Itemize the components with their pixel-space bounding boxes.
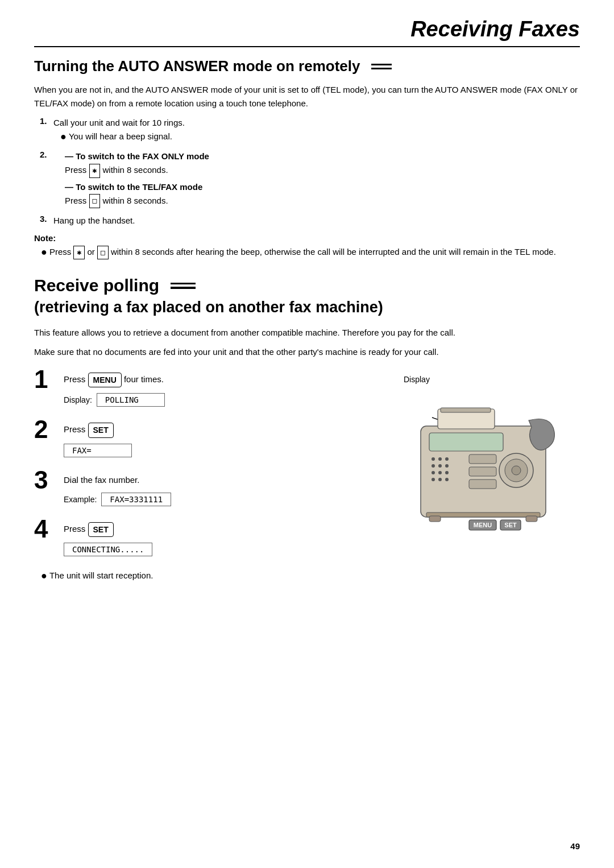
section2-intro1: This feature allows you to retrieve a do… [34, 326, 580, 340]
section2-heading1-text: Receive polling [34, 275, 159, 296]
polling-step4-number: 4 [34, 516, 56, 542]
svg-point-15 [438, 478, 442, 481]
steps-left-column: 1 Press MENU four times. Display: POLLIN… [34, 369, 375, 585]
polling-step3-number: 3 [34, 468, 56, 493]
svg-rect-19 [469, 480, 496, 489]
section2-heading2-text: (retrieving a fax placed on another fax … [34, 298, 383, 316]
section2-heading: Receive polling [34, 275, 580, 296]
svg-point-12 [438, 471, 442, 474]
polling-step2-number: 2 [34, 417, 56, 442]
step3: 3. Hang up the handset. [40, 214, 580, 228]
step1-number: 1. [40, 116, 50, 126]
step2-sub1-label: — To switch to the FAX ONLY mode [65, 151, 209, 161]
final-bullet-dot: ● [41, 569, 47, 583]
svg-text:MENU: MENU [474, 522, 492, 528]
note-title: Note: [34, 233, 580, 243]
svg-point-22 [512, 466, 521, 475]
step1-text: Call your unit and wait for 10 rings. [53, 118, 185, 127]
bullet-dot: ● [60, 130, 67, 144]
section2-decorative-lines [171, 283, 196, 289]
step2-content: — To switch to the FAX ONLY mode Press ✱… [53, 150, 580, 210]
polling-step4-content: Press SET CONNECTING..... [64, 519, 375, 559]
section1-intro: When you are not in, and the AUTO ANSWER… [34, 83, 580, 110]
note-hash-key: □ [97, 246, 109, 260]
polling-step4-line: Press SET [64, 522, 375, 537]
steps-area: 1 Press MENU four times. Display: POLLIN… [34, 369, 580, 585]
svg-point-14 [432, 478, 435, 481]
polling-step2: 2 Press SET FAX= [34, 419, 375, 459]
svg-point-6 [438, 457, 442, 461]
step1-bullet: ● You will hear a beep signal. [60, 130, 580, 144]
step2-sub2-suffix: within 8 seconds. [103, 196, 168, 205]
svg-point-7 [445, 457, 449, 461]
step3-number: 3. [40, 214, 50, 224]
polling-step2-content: Press SET FAX= [64, 419, 375, 459]
section1-heading: Turning the AUTO ANSWER mode on remotely [34, 57, 580, 75]
section2-heading2: (retrieving a fax placed on another fax … [34, 298, 580, 316]
step1-content: Call your unit and wait for 10 rings. ● … [53, 116, 580, 146]
menu-key: MENU [88, 373, 122, 387]
step2-sub1-suffix: within 8 seconds. [103, 165, 168, 175]
note-bullet-dot: ● [41, 245, 47, 259]
polling-step3: 3 Dial the fax number. Example: FAX=3331… [34, 470, 375, 509]
step3-text: Hang up the handset. [53, 214, 580, 228]
page-title-bar: Receiving Faxes [34, 17, 580, 47]
display-polling: POLLING [97, 393, 165, 407]
star-key: ✱ [89, 164, 101, 178]
final-bullet-text: The unit will start reception. [49, 569, 154, 582]
display-fax: FAX= [64, 444, 132, 457]
set-key-1: SET [88, 423, 114, 437]
polling-step1-content: Press MENU four times. Display: POLLING [64, 369, 375, 409]
polling-step1-line: Press MENU four times. [64, 373, 375, 387]
section1-heading-text: Turning the AUTO ANSWER mode on remotely [34, 57, 360, 75]
note-section: Note: ● Press ✱ or □ within 8 seconds af… [34, 233, 580, 259]
polling-step1: 1 Press MENU four times. Display: POLLIN… [34, 369, 375, 409]
svg-point-9 [438, 464, 442, 468]
fax-machine-svg: MENU SET [387, 386, 569, 551]
svg-rect-4 [429, 433, 503, 451]
svg-point-11 [432, 471, 435, 474]
step1-bullet-text: You will hear a beep signal. [69, 130, 172, 143]
final-bullet: ● The unit will start reception. [41, 569, 375, 583]
section2-intro2: Make sure that no documents are fed into… [34, 345, 580, 359]
svg-point-5 [432, 457, 435, 461]
polling-step3-display: Example: FAX=3331111 [64, 493, 171, 506]
note-press: Press ✱ or □ within 8 seconds after hear… [49, 245, 556, 259]
svg-rect-29 [526, 516, 537, 522]
svg-rect-3 [441, 408, 491, 412]
page-title: Receiving Faxes [410, 17, 580, 42]
hash-key: □ [89, 194, 101, 208]
polling-step3-line: Dial the fax number. [64, 473, 375, 487]
display-fax-number: FAX=3331111 [101, 493, 171, 506]
step2-sub1: — To switch to the FAX ONLY mode Press ✱… [65, 150, 580, 177]
svg-rect-23 [426, 512, 540, 517]
polling-step2-display: FAX= [64, 444, 132, 457]
polling-step4-display: CONNECTING..... [64, 543, 152, 556]
step2-number: 2. [40, 150, 50, 159]
step2-sub1-press: Press [65, 165, 86, 175]
decorative-lines [371, 64, 392, 69]
svg-text:SET: SET [504, 522, 517, 528]
svg-point-8 [432, 464, 435, 468]
display-connecting: CONNECTING..... [64, 543, 152, 556]
svg-point-13 [445, 471, 449, 474]
section2-heading-block: Receive polling (retrieving a fax placed… [34, 275, 580, 316]
display-label-text: Display [404, 375, 430, 384]
polling-step1-number: 1 [34, 367, 56, 392]
step2-sub2: — To switch to the TEL/FAX mode Press □ … [65, 180, 580, 208]
section1-steps: 1. Call your unit and wait for 10 rings.… [40, 116, 580, 228]
svg-rect-17 [469, 454, 496, 464]
note-body: ● Press ✱ or □ within 8 seconds after he… [41, 245, 580, 259]
polling-step4: 4 Press SET CONNECTING..... [34, 519, 375, 559]
step1: 1. Call your unit and wait for 10 rings.… [40, 116, 580, 146]
polling-step3-content: Dial the fax number. Example: FAX=333111… [64, 470, 375, 509]
polling-step1-display: Display: POLLING [64, 393, 165, 407]
set-key-2: SET [88, 522, 114, 537]
svg-point-16 [445, 478, 449, 481]
page-number: 49 [570, 841, 580, 851]
step2-sub2-press: Press [65, 196, 86, 205]
fax-illustration-area: Display [387, 369, 580, 585]
polling-step2-line: Press SET [64, 423, 375, 437]
step2-sub2-label: — To switch to the TEL/FAX mode [65, 182, 202, 192]
svg-rect-18 [469, 467, 496, 476]
